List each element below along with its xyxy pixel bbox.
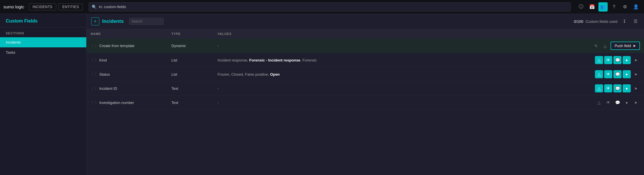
warning-icon-btn[interactable]: △	[595, 70, 603, 78]
row-name-cell: ⋮⋮ Create from template	[87, 39, 167, 53]
logo: sumo logic	[3, 4, 24, 9]
global-search-input[interactable]	[99, 5, 568, 9]
eye-icon-btn[interactable]: 👁	[604, 70, 612, 78]
profile-icon-btn[interactable]: 👤	[631, 2, 641, 12]
table-search-input[interactable]	[129, 18, 164, 25]
left-sidebar: Custom Fields SECTIONS Incidents Tasks	[0, 14, 87, 175]
table-row: ⋮⋮ Status List Frozen, Closed, False pos…	[87, 67, 644, 81]
fields-used-label: Custom fields used	[585, 19, 617, 24]
row-actions-cell: △ 👁 💬 ● ➤	[581, 67, 644, 81]
warning-icon-btn[interactable]: △	[601, 42, 609, 50]
row-type-cell: List	[167, 67, 214, 81]
drag-handle-icon: ⋮⋮	[91, 100, 98, 105]
dot-icon-btn[interactable]: ●	[623, 84, 631, 92]
help-icon-btn[interactable]: ?	[609, 2, 619, 12]
row-name-text: Kind	[99, 58, 107, 62]
drag-handle-icon: ⋮⋮	[91, 58, 98, 62]
drag-handle-icon: ⋮⋮	[91, 44, 98, 48]
calendar-icon-btn[interactable]: 📅	[587, 2, 597, 12]
row-actions-cell: △ 👁 💬 ● ➤	[581, 96, 644, 110]
drag-handle-icon: ⋮⋮	[91, 86, 98, 90]
row-type-cell: Text	[167, 81, 214, 96]
eye-icon-btn[interactable]: 👁	[604, 56, 612, 64]
sidebar-item-tasks[interactable]: Tasks	[0, 47, 86, 57]
download-icon-btn[interactable]: ↧	[620, 17, 628, 25]
filter-icon-btn[interactable]: ☰	[631, 17, 639, 25]
info-icon-btn[interactable]: ⓘ	[576, 2, 586, 12]
main-layout: Custom Fields SECTIONS Incidents Tasks +…	[0, 14, 644, 175]
row-name-cell: ⋮⋮ Kind	[87, 53, 167, 67]
right-panel: + Incidents 0/100 Custom fields used ↧ ☰…	[87, 14, 644, 175]
global-search-bar: 🔍	[89, 2, 571, 12]
table-row: ⋮⋮ Kind List Incident response, Forensic…	[87, 53, 644, 67]
col-header-values: VALUES	[214, 29, 581, 39]
row-actions-cell: △ 👁 💬 ● ➤	[581, 53, 644, 67]
eye-icon-btn[interactable]: 👁	[604, 84, 612, 92]
row-values-cell: Incident response, Forensic - Incident r…	[214, 53, 581, 67]
search-icon: 🔍	[92, 5, 97, 9]
dot-icon-btn[interactable]: ●	[623, 70, 631, 78]
table-title: Incidents	[102, 18, 124, 24]
comment-icon-btn[interactable]: 💬	[613, 84, 621, 92]
send-icon-btn[interactable]: ➤	[632, 56, 640, 64]
row-type-cell: Dynamic	[167, 39, 214, 53]
row-type-cell: List	[167, 53, 214, 67]
dot-icon-btn[interactable]: ●	[623, 56, 631, 64]
sidebar-item-incidents[interactable]: Incidents	[0, 37, 86, 47]
nav-entities[interactable]: ENTITIES	[59, 3, 83, 10]
table-row: ⋮⋮ Incident ID Text - △ 👁 💬 ●	[87, 81, 644, 96]
row-name-text: Status	[99, 72, 110, 77]
row-name-cell: ⋮⋮ Investigation number	[87, 96, 167, 110]
row-values-cell: -	[214, 96, 581, 110]
nav-icon-group: ⓘ 📅 👥 ? ⚙ 👤	[576, 2, 641, 12]
custom-fields-table: NAME TYPE VALUES ⋮⋮ Create from template	[87, 29, 644, 110]
col-header-type: TYPE	[167, 29, 214, 39]
eye-icon-btn[interactable]: 👁	[604, 98, 612, 107]
row-values-cell: -	[214, 81, 581, 96]
send-icon-btn[interactable]: ➤	[632, 84, 640, 92]
table-top-bar: + Incidents 0/100 Custom fields used ↧ ☰	[87, 14, 644, 29]
row-actions-cell: △ 👁 💬 ● ➤	[581, 81, 644, 96]
sections-label: SECTIONS	[0, 27, 86, 37]
send-icon-btn[interactable]: ➤	[632, 98, 640, 107]
edit-icon-btn[interactable]: ✎	[592, 42, 600, 50]
send-icon-btn[interactable]: ➤	[632, 70, 640, 78]
fields-used-info: 0/100 Custom fields used	[574, 19, 617, 24]
comment-icon-btn[interactable]: 💬	[613, 70, 621, 78]
warning-icon-btn[interactable]: △	[595, 98, 603, 107]
row-name-cell: ⋮⋮ Status	[87, 67, 167, 81]
row-name-cell: ⋮⋮ Incident ID	[87, 81, 167, 96]
warning-icon-btn[interactable]: △	[595, 84, 603, 92]
top-navigation: sumo logic INCIDENTS ENTITIES 🔍 ⓘ 📅 👥 ? …	[0, 0, 644, 14]
comment-icon-btn[interactable]: 💬	[613, 56, 621, 64]
user-group-icon-btn[interactable]: 👥	[598, 2, 608, 12]
table-row: ⋮⋮ Investigation number Text - △ 👁 💬 ●	[87, 96, 644, 110]
add-field-button[interactable]: +	[91, 17, 99, 25]
table-scroll-area: NAME TYPE VALUES ⋮⋮ Create from template	[87, 29, 644, 175]
dot-icon-btn[interactable]: ●	[623, 98, 631, 107]
comment-icon-btn[interactable]: 💬	[613, 98, 621, 107]
row-values-cell: -	[214, 39, 581, 53]
drag-handle-icon: ⋮⋮	[91, 72, 98, 76]
table-header-row: NAME TYPE VALUES	[87, 29, 644, 39]
row-type-cell: Text	[167, 96, 214, 110]
push-field-label: Push field	[615, 44, 631, 48]
send-icon: ➤	[633, 44, 636, 48]
row-name-text: Create from template	[99, 44, 134, 48]
fields-count: 0/100	[574, 19, 583, 24]
col-header-actions	[581, 29, 644, 39]
col-header-name: NAME	[87, 29, 167, 39]
row-actions-cell: ✎ △ Push field ➤	[581, 39, 644, 53]
push-field-button[interactable]: Push field ➤	[611, 42, 640, 50]
custom-fields-title: Custom Fields	[0, 14, 86, 27]
table-row: ⋮⋮ Create from template Dynamic - ✎ △	[87, 39, 644, 53]
logo-text: sumo logic	[3, 4, 24, 9]
row-name-text: Incident ID	[99, 86, 117, 91]
settings-icon-btn[interactable]: ⚙	[620, 2, 630, 12]
nav-incidents[interactable]: INCIDENTS	[29, 3, 56, 10]
row-values-cell: Frozen, Closed, False positive, Open	[214, 67, 581, 81]
warning-icon-btn[interactable]: △	[595, 56, 603, 64]
row-name-text: Investigation number	[99, 100, 134, 105]
